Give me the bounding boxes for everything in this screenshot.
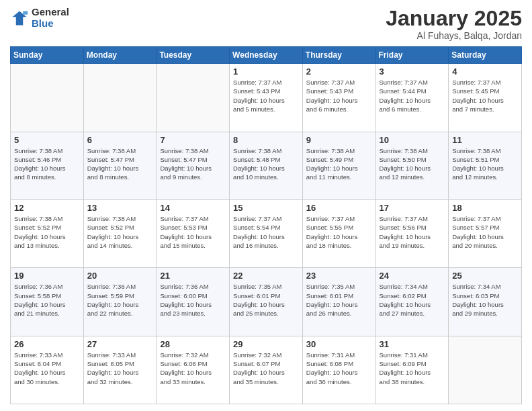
table-row: 26Sunrise: 7:33 AMSunset: 6:04 PMDayligh… [11,336,84,404]
day-number: 4 [452,66,518,77]
table-row: 25Sunrise: 7:34 AMSunset: 6:03 PMDayligh… [449,268,522,336]
week-row-0: 1Sunrise: 7:37 AMSunset: 5:43 PMDaylight… [11,64,522,132]
table-row: 1Sunrise: 7:37 AMSunset: 5:43 PMDaylight… [230,64,303,132]
day-info: Sunrise: 7:35 AMSunset: 6:01 PMDaylight:… [306,282,372,318]
day-number: 16 [306,203,372,213]
table-row: 6Sunrise: 7:38 AMSunset: 5:47 PMDaylight… [83,132,157,199]
header-friday: Friday [375,47,449,64]
week-row-2: 12Sunrise: 7:38 AMSunset: 5:52 PMDayligh… [11,199,522,267]
calendar-table: Sunday Monday Tuesday Wednesday Thursday… [10,46,522,404]
header: General Blue January 2025 Al Fuhays, Bal… [10,7,522,41]
day-number: 30 [306,339,372,349]
table-row: 31Sunrise: 7:31 AMSunset: 6:09 PMDayligh… [375,336,449,404]
weekday-header-row: Sunday Monday Tuesday Wednesday Thursday… [11,47,522,64]
calendar-subtitle: Al Fuhays, Balqa, Jordan [386,30,522,41]
day-info: Sunrise: 7:38 AMSunset: 5:52 PMDaylight:… [87,214,153,250]
day-number: 6 [87,135,153,145]
day-info: Sunrise: 7:31 AMSunset: 6:09 PMDaylight:… [380,351,445,386]
day-info: Sunrise: 7:37 AMSunset: 5:43 PMDaylight:… [233,78,299,113]
day-number: 28 [160,339,226,349]
day-number: 1 [233,66,299,77]
day-info: Sunrise: 7:38 AMSunset: 5:48 PMDaylight:… [233,146,299,182]
day-number: 3 [380,66,445,77]
day-info: Sunrise: 7:38 AMSunset: 5:50 PMDaylight:… [380,146,445,182]
day-number: 21 [160,271,226,281]
day-info: Sunrise: 7:33 AMSunset: 6:04 PMDaylight:… [14,351,80,386]
table-row: 16Sunrise: 7:37 AMSunset: 5:55 PMDayligh… [302,199,375,267]
header-sunday: Sunday [11,47,84,64]
logo-text: General Blue [32,7,69,29]
day-number: 23 [306,271,372,281]
day-info: Sunrise: 7:38 AMSunset: 5:46 PMDaylight:… [14,146,80,182]
table-row: 3Sunrise: 7:37 AMSunset: 5:44 PMDaylight… [375,64,449,132]
day-number: 18 [452,203,518,213]
day-info: Sunrise: 7:38 AMSunset: 5:47 PMDaylight:… [160,146,226,182]
day-number: 12 [14,203,80,213]
day-number: 20 [87,271,153,281]
day-number: 5 [14,135,80,145]
day-info: Sunrise: 7:38 AMSunset: 5:51 PMDaylight:… [452,146,518,182]
day-number: 13 [87,203,153,213]
table-row: 9Sunrise: 7:38 AMSunset: 5:49 PMDaylight… [302,132,375,199]
day-info: Sunrise: 7:36 AMSunset: 6:00 PMDaylight:… [160,282,226,318]
table-row: 11Sunrise: 7:38 AMSunset: 5:51 PMDayligh… [449,132,522,199]
header-monday: Monday [83,47,157,64]
day-info: Sunrise: 7:32 AMSunset: 6:06 PMDaylight:… [160,351,226,386]
table-row: 30Sunrise: 7:31 AMSunset: 6:08 PMDayligh… [302,336,375,404]
page: General Blue January 2025 Al Fuhays, Bal… [0,0,532,411]
day-number: 24 [380,271,445,281]
table-row [157,64,230,132]
day-number: 25 [452,271,518,281]
table-row [83,64,157,132]
table-row: 20Sunrise: 7:36 AMSunset: 5:59 PMDayligh… [83,268,157,336]
day-info: Sunrise: 7:37 AMSunset: 5:45 PMDaylight:… [452,78,518,113]
table-row: 13Sunrise: 7:38 AMSunset: 5:52 PMDayligh… [83,199,157,267]
day-number: 9 [306,135,372,145]
table-row: 23Sunrise: 7:35 AMSunset: 6:01 PMDayligh… [302,268,375,336]
table-row: 15Sunrise: 7:37 AMSunset: 5:54 PMDayligh… [230,199,303,267]
day-number: 7 [160,135,226,145]
day-info: Sunrise: 7:37 AMSunset: 5:55 PMDaylight:… [306,214,372,250]
table-row: 21Sunrise: 7:36 AMSunset: 6:00 PMDayligh… [157,268,230,336]
day-info: Sunrise: 7:34 AMSunset: 6:03 PMDaylight:… [452,282,518,318]
table-row: 2Sunrise: 7:37 AMSunset: 5:43 PMDaylight… [302,64,375,132]
table-row: 27Sunrise: 7:33 AMSunset: 6:05 PMDayligh… [83,336,157,404]
table-row: 28Sunrise: 7:32 AMSunset: 6:06 PMDayligh… [157,336,230,404]
calendar-title: January 2025 [386,7,522,30]
table-row: 5Sunrise: 7:38 AMSunset: 5:46 PMDaylight… [11,132,84,199]
day-info: Sunrise: 7:36 AMSunset: 5:58 PMDaylight:… [14,282,80,318]
table-row: 12Sunrise: 7:38 AMSunset: 5:52 PMDayligh… [11,199,84,267]
title-block: January 2025 Al Fuhays, Balqa, Jordan [386,7,522,41]
day-info: Sunrise: 7:34 AMSunset: 6:02 PMDaylight:… [380,282,445,318]
day-info: Sunrise: 7:37 AMSunset: 5:56 PMDaylight:… [380,214,445,250]
table-row: 29Sunrise: 7:32 AMSunset: 6:07 PMDayligh… [230,336,303,404]
week-row-1: 5Sunrise: 7:38 AMSunset: 5:46 PMDaylight… [11,132,522,199]
week-row-4: 26Sunrise: 7:33 AMSunset: 6:04 PMDayligh… [11,336,522,404]
day-number: 19 [14,271,80,281]
day-info: Sunrise: 7:36 AMSunset: 5:59 PMDaylight:… [87,282,153,318]
day-info: Sunrise: 7:31 AMSunset: 6:08 PMDaylight:… [306,351,372,386]
day-info: Sunrise: 7:37 AMSunset: 5:43 PMDaylight:… [306,78,372,113]
day-info: Sunrise: 7:38 AMSunset: 5:49 PMDaylight:… [306,146,372,182]
svg-marker-1 [23,11,28,14]
logo-icon [10,9,29,28]
day-number: 10 [380,135,445,145]
table-row: 19Sunrise: 7:36 AMSunset: 5:58 PMDayligh… [11,268,84,336]
table-row: 22Sunrise: 7:35 AMSunset: 6:01 PMDayligh… [230,268,303,336]
table-row: 4Sunrise: 7:37 AMSunset: 5:45 PMDaylight… [449,64,522,132]
day-info: Sunrise: 7:35 AMSunset: 6:01 PMDaylight:… [233,282,299,318]
day-info: Sunrise: 7:33 AMSunset: 6:05 PMDaylight:… [87,351,153,386]
day-number: 8 [233,135,299,145]
header-wednesday: Wednesday [230,47,303,64]
table-row: 7Sunrise: 7:38 AMSunset: 5:47 PMDaylight… [157,132,230,199]
day-number: 2 [306,66,372,77]
day-info: Sunrise: 7:32 AMSunset: 6:07 PMDaylight:… [233,351,299,386]
table-row: 24Sunrise: 7:34 AMSunset: 6:02 PMDayligh… [375,268,449,336]
day-info: Sunrise: 7:37 AMSunset: 5:57 PMDaylight:… [452,214,518,250]
day-info: Sunrise: 7:38 AMSunset: 5:47 PMDaylight:… [87,146,153,182]
header-tuesday: Tuesday [157,47,230,64]
table-row: 10Sunrise: 7:38 AMSunset: 5:50 PMDayligh… [375,132,449,199]
table-row: 18Sunrise: 7:37 AMSunset: 5:57 PMDayligh… [449,199,522,267]
table-row: 17Sunrise: 7:37 AMSunset: 5:56 PMDayligh… [375,199,449,267]
day-number: 29 [233,339,299,349]
